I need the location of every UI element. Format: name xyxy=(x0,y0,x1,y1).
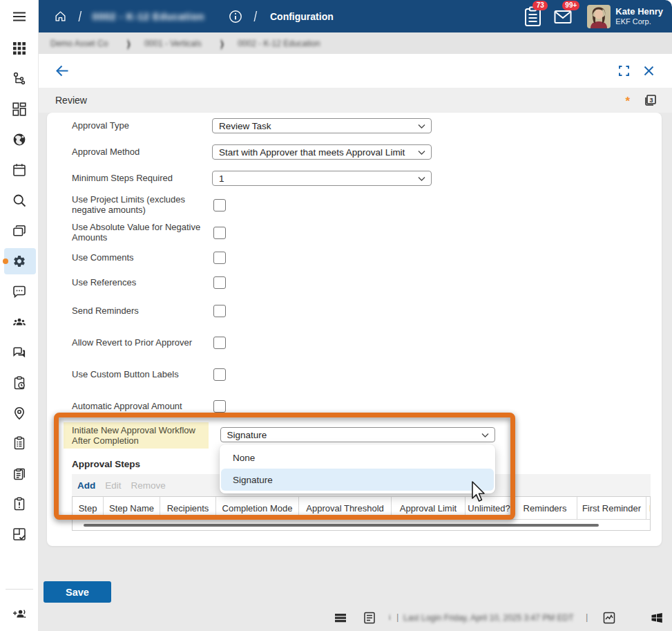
column-header[interactable]: Step Name xyxy=(104,497,160,519)
form-row: Allow Revert to Prior Approver xyxy=(72,337,651,349)
main-area: Review * 3 Approval Type Review Task xyxy=(39,54,672,631)
column-header[interactable]: Approval Limit xyxy=(392,497,465,519)
use-absolute-value-checkbox[interactable] xyxy=(213,227,226,239)
location-pin-icon[interactable] xyxy=(12,406,26,420)
initiate-workflow-select[interactable]: Signature xyxy=(220,427,495,442)
approval-type-select[interactable]: Review Task xyxy=(212,118,432,133)
expand-icon[interactable] xyxy=(619,66,629,76)
column-header[interactable]: Reminders xyxy=(513,497,577,519)
form-row: Use Comments xyxy=(72,252,651,264)
add-button[interactable]: Add xyxy=(77,480,95,491)
field-label: Automatic Approval Amount xyxy=(72,402,212,412)
use-custom-button-labels-checkbox[interactable] xyxy=(213,368,226,381)
field-label: Use Absolute Value for Negative Amounts xyxy=(72,223,212,243)
close-icon[interactable] xyxy=(644,66,654,76)
form-row: Approval Method Start with Approver that… xyxy=(72,144,651,160)
user-name: Kate Henry xyxy=(615,7,663,16)
approval-steps-table: Step Step Name Recipients Completion Mod… xyxy=(72,496,651,531)
clipboard-alert-icon[interactable] xyxy=(12,497,26,511)
dashboard-icon[interactable] xyxy=(12,102,26,116)
info-icon[interactable] xyxy=(229,10,242,23)
chevron-down-icon xyxy=(481,433,489,438)
top-navigation-bar: / 0002 - K-12 Education / Configuration … xyxy=(39,0,672,32)
save-button[interactable]: Save xyxy=(44,581,111,603)
column-header[interactable]: Step xyxy=(73,497,104,519)
chart-icon[interactable] xyxy=(603,612,615,624)
use-comments-checkbox[interactable] xyxy=(213,252,226,264)
entity-title[interactable]: 0002 - K-12 Education xyxy=(93,11,204,22)
select-value: Review Task xyxy=(219,121,271,131)
breadcrumb-item[interactable]: 0002 - K-12 Education xyxy=(238,39,320,48)
slash-separator: / xyxy=(79,8,82,25)
calendar-icon[interactable] xyxy=(12,163,26,177)
last-login-text: Last Login Friday, April 10, 2025 3:47 P… xyxy=(403,613,574,623)
column-header[interactable]: Completion Mode xyxy=(216,497,299,519)
folders-icon[interactable] xyxy=(12,224,26,238)
windows-icon[interactable] xyxy=(651,612,663,624)
column-header[interactable]: Approval Threshold xyxy=(299,497,392,519)
dropdown-option-none[interactable]: None xyxy=(221,446,494,469)
people-icon[interactable] xyxy=(12,315,26,329)
column-header[interactable]: Unlimited? xyxy=(465,497,513,519)
use-project-limits-checkbox[interactable] xyxy=(213,199,226,211)
globe-icon[interactable] xyxy=(12,133,26,147)
stack-3-icon[interactable]: 3 xyxy=(644,95,656,106)
rows-icon[interactable] xyxy=(334,612,347,624)
section-title: Review xyxy=(55,95,87,106)
form-row: Use Custom Button Labels xyxy=(72,368,651,381)
flow-icon[interactable] xyxy=(12,72,26,86)
forum-icon[interactable] xyxy=(12,346,26,359)
user-org: EKF Corp. xyxy=(615,18,663,26)
breadcrumb: Demo Asset Co ❯ 0001 - Verticals ❯ 0002 … xyxy=(39,32,672,54)
field-label: Allow Revert to Prior Approver xyxy=(72,338,212,348)
apps-grid-icon[interactable] xyxy=(12,41,26,55)
use-references-checkbox[interactable] xyxy=(213,276,226,289)
breadcrumb-item[interactable]: 0001 - Verticals xyxy=(144,39,202,48)
status-separator: | xyxy=(586,612,588,622)
select-value: Start with Approver that meets Approval … xyxy=(219,147,405,158)
comment-icon[interactable] xyxy=(12,285,26,299)
field-label-highlighted: Initiate New Approval Workflow After Com… xyxy=(64,422,209,449)
avatar[interactable] xyxy=(587,5,611,28)
back-arrow-icon[interactable] xyxy=(55,64,70,78)
form-check-icon[interactable] xyxy=(12,527,26,541)
mail-badge: 99+ xyxy=(562,1,579,10)
chevron-down-icon xyxy=(418,124,425,129)
column-header[interactable]: Recipients xyxy=(160,497,216,519)
allow-revert-checkbox[interactable] xyxy=(213,337,226,349)
dropdown-menu: None Signature xyxy=(220,444,495,493)
clipboard-copy-icon[interactable] xyxy=(12,467,26,480)
clipboard-list-icon[interactable] xyxy=(12,436,26,450)
column-header[interactable]: First Reminder xyxy=(577,497,646,519)
send-reminders-checkbox[interactable] xyxy=(213,305,226,317)
tasks-clipboard-icon[interactable]: 73 xyxy=(524,6,542,27)
approval-method-select[interactable]: Start with Approver that meets Approval … xyxy=(212,144,432,160)
automatic-approval-amount-checkbox[interactable] xyxy=(213,400,226,413)
remove-button[interactable]: Remove xyxy=(131,480,166,491)
topbar-right: 73 99+ Kate Henry EKF Corp. xyxy=(524,0,672,32)
horizontal-scrollbar[interactable] xyxy=(84,524,599,527)
app-window: / 0002 - K-12 Education / Configuration … xyxy=(0,0,672,631)
chevron-right-icon: ❯ xyxy=(220,39,225,48)
menu-icon[interactable] xyxy=(12,10,26,23)
edit-button[interactable]: Edit xyxy=(105,480,121,491)
add-person-icon[interactable] xyxy=(12,607,26,621)
table-body xyxy=(73,520,650,530)
section-header: Review * 3 xyxy=(39,88,672,113)
document-icon[interactable] xyxy=(363,612,376,624)
home-icon[interactable] xyxy=(55,10,66,22)
clipboard-clock-icon[interactable] xyxy=(12,376,26,390)
mail-icon[interactable]: 99+ xyxy=(554,6,572,27)
field-label: Minimum Steps Required xyxy=(72,173,212,184)
minimum-steps-select[interactable]: 1 xyxy=(212,171,432,186)
column-header[interactable]: Reminder Frequency xyxy=(646,497,650,519)
breadcrumb-item[interactable]: Demo Asset Co xyxy=(50,39,108,48)
field-label: Use References xyxy=(72,278,212,288)
slash-separator: / xyxy=(254,8,258,25)
table-header-row: Step Step Name Recipients Completion Mod… xyxy=(73,497,650,520)
dropdown-option-signature[interactable]: Signature xyxy=(221,469,494,491)
user-info[interactable]: Kate Henry EKF Corp. xyxy=(615,7,663,26)
settings-gear-icon[interactable] xyxy=(12,254,26,268)
sidebar xyxy=(0,0,39,631)
search-icon[interactable] xyxy=(12,194,26,207)
